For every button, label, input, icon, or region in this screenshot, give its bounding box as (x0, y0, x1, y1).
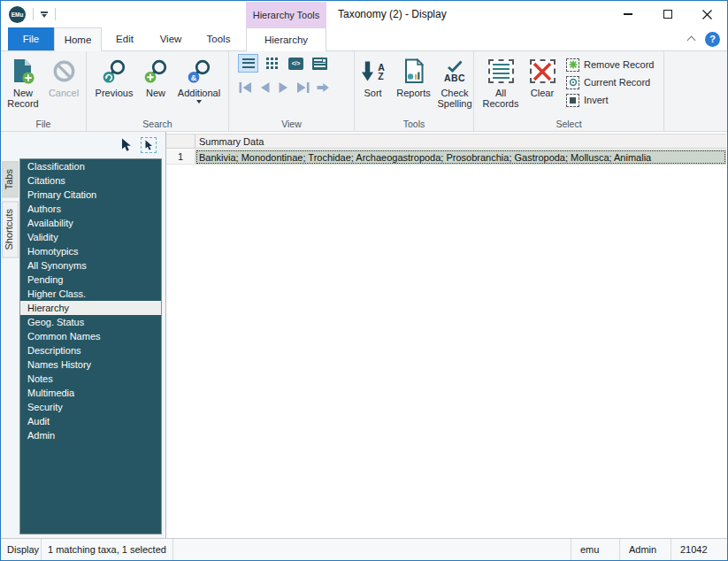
all-records-button[interactable]: All Records (478, 54, 524, 109)
invert-selection-icon (566, 94, 579, 107)
view-list-button[interactable] (238, 54, 258, 73)
sidebar-vertical-tabs: Tabs Shortcuts (2, 161, 19, 258)
additional-search-button[interactable]: & Additional (174, 54, 224, 104)
new-search-icon (143, 55, 169, 88)
check-spelling-icon: ABC (444, 55, 465, 88)
view-code-button[interactable]: </> (286, 54, 306, 73)
marquee-select-icon[interactable] (141, 137, 157, 153)
record-grid-panel: Summary Data 1 Bankivia; Monodontinae; T… (166, 132, 727, 538)
tab-edit[interactable]: Edit (102, 27, 148, 50)
previous-record-button[interactable] (258, 81, 272, 95)
last-record-button[interactable] (295, 81, 310, 95)
titlebar: EMu Hierarchy Tools Taxonomy (2) - Displ… (1, 1, 727, 27)
grid-header: Summary Data (166, 134, 726, 149)
list-item-availability[interactable]: Availability (20, 216, 161, 230)
form-view-icon (312, 58, 327, 70)
list-item-authors[interactable]: Authors (20, 202, 161, 216)
ribbon-empty-space (664, 51, 727, 131)
maximize-button[interactable] (648, 1, 687, 27)
row-number-cell[interactable]: 1 (166, 150, 195, 165)
next-record-button[interactable] (277, 81, 290, 95)
current-record-icon (566, 76, 579, 89)
svg-text:&: & (190, 73, 196, 82)
close-button[interactable] (687, 1, 727, 27)
ribbon-group-label-select: Select (474, 119, 663, 129)
emu-window: EMu Hierarchy Tools Taxonomy (2) - Displ… (0, 0, 728, 561)
quick-access-customize-icon[interactable] (41, 12, 48, 18)
tab-view[interactable]: View (148, 27, 194, 50)
additional-search-icon: & (187, 55, 212, 88)
list-item-higher-class[interactable]: Higher Class. (20, 287, 161, 301)
check-spelling-button[interactable]: ABC Check Spelling (436, 54, 473, 109)
clear-selection-button[interactable]: Clear (524, 54, 561, 109)
previous-search-button[interactable]: Previous (91, 54, 137, 104)
status-record-id: 21042 (671, 539, 727, 560)
list-view-icon (242, 58, 255, 69)
tab-hierarchy[interactable]: Hierarchy (246, 27, 326, 51)
help-button[interactable]: ? (705, 32, 720, 47)
status-mode: Display (1, 539, 42, 560)
list-item-security[interactable]: Security (20, 400, 161, 414)
tab-tools[interactable]: Tools (194, 27, 243, 50)
remove-record-button[interactable]: Remove Record (566, 58, 654, 72)
list-item-citations[interactable]: Citations (20, 173, 161, 188)
tab-list: Classification Citations Primary Citatio… (19, 158, 162, 534)
code-view-icon: </> (288, 58, 303, 70)
ribbon-group-select: All Records Clear (474, 51, 664, 131)
pointer-icon[interactable] (120, 138, 132, 151)
list-item-multimedia[interactable]: Multimedia (20, 386, 161, 400)
remove-record-icon (566, 58, 579, 72)
view-grid-button[interactable] (262, 54, 282, 73)
status-user: Admin (619, 539, 671, 560)
cancel-button[interactable]: Cancel (43, 54, 84, 109)
list-item-audit[interactable]: Audit (20, 414, 161, 428)
row-number-header (166, 134, 195, 148)
list-item-classification[interactable]: Classification (20, 159, 161, 173)
list-item-pending[interactable]: Pending (20, 273, 161, 287)
list-item-admin[interactable]: Admin (20, 428, 161, 442)
all-records-icon (488, 55, 514, 88)
additional-dropdown-icon (196, 100, 202, 104)
minimize-button[interactable] (608, 1, 648, 27)
list-item-names-history[interactable]: Names History (20, 357, 161, 372)
list-item-notes[interactable]: Notes (20, 372, 161, 386)
ribbon: New Record Cancel File (1, 51, 727, 132)
new-record-button[interactable]: New Record (3, 54, 43, 109)
sort-button[interactable]: AZ Sort (355, 54, 391, 109)
ribbon-group-label-search: Search (87, 119, 228, 129)
tab-home[interactable]: Home (54, 27, 102, 51)
vertical-tab-shortcuts[interactable]: Shortcuts (2, 201, 19, 257)
reports-button[interactable]: Reports (391, 54, 436, 109)
list-item-hierarchy[interactable]: Hierarchy (20, 301, 161, 315)
list-item-primary-citation[interactable]: Primary Citation (20, 188, 161, 202)
list-item-all-synonyms[interactable]: All Synonyms (20, 258, 161, 273)
ribbon-group-tools: AZ Sort Reports (355, 51, 474, 131)
ribbon-group-file: New Record Cancel File (1, 51, 87, 131)
invert-selection-button[interactable]: Invert (566, 93, 654, 107)
list-item-descriptions[interactable]: Descriptions (20, 343, 161, 357)
list-item-common-names[interactable]: Common Names (20, 329, 161, 343)
ribbon-group-label-view: View (229, 119, 354, 129)
new-search-button[interactable]: New (137, 54, 174, 104)
content-area: Tabs Shortcuts Classification Citations … (1, 132, 727, 538)
current-record-button[interactable]: Current Record (566, 75, 654, 89)
column-header-summary-data[interactable]: Summary Data (195, 134, 726, 148)
view-form-button[interactable] (310, 54, 330, 73)
new-record-icon (11, 55, 35, 88)
app-logo[interactable]: EMu (9, 6, 26, 23)
list-item-validity[interactable]: Validity (20, 230, 161, 244)
status-bar: Display 1 matching taxa, 1 selected emu … (1, 538, 727, 560)
list-item-geog-status[interactable]: Geog. Status (20, 315, 161, 329)
first-record-button[interactable] (238, 81, 253, 95)
vertical-tab-tabs[interactable]: Tabs (2, 161, 19, 197)
goto-record-button[interactable] (316, 81, 330, 95)
tab-file[interactable]: File (8, 27, 54, 50)
summary-data-cell[interactable]: Bankivia; Monodontinae; Trochidae; Archa… (195, 150, 726, 165)
collapse-ribbon-icon[interactable] (687, 36, 696, 45)
list-item-homotypics[interactable]: Homotypics (20, 244, 161, 258)
titlebar-separator (55, 8, 56, 20)
grid-view-icon (266, 58, 278, 69)
ribbon-group-view: </> View (229, 51, 355, 131)
previous-search-icon (102, 55, 127, 88)
sidebar-panel: Tabs Shortcuts Classification Citations … (1, 132, 166, 538)
